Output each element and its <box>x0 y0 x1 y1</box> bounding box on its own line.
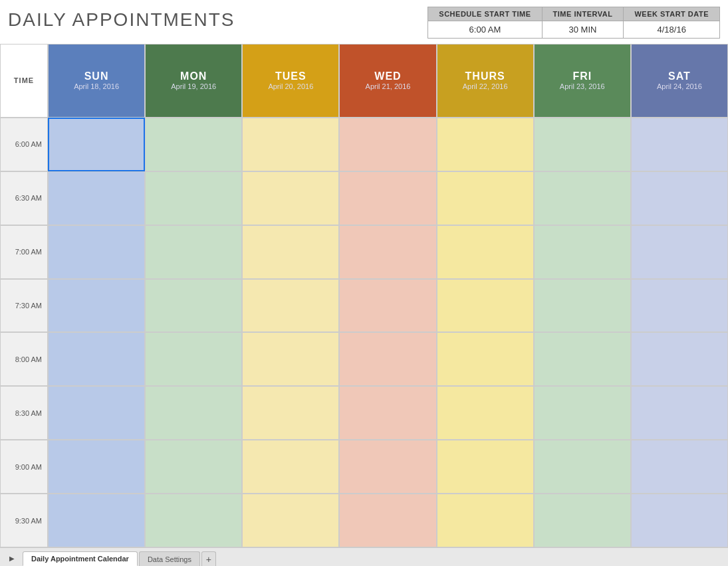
slot-tue-2[interactable] <box>242 225 339 279</box>
slot-tue-3[interactable] <box>242 279 339 333</box>
slot-wed-5[interactable] <box>339 386 436 440</box>
time-label-2: 7:00 AM <box>0 225 48 279</box>
slot-tue-0[interactable] <box>242 118 339 171</box>
tab-add-button[interactable]: + <box>201 551 216 566</box>
slot-wed-3[interactable] <box>339 279 436 333</box>
slot-fri-6[interactable] <box>534 440 631 494</box>
slot-thu-0[interactable] <box>437 118 534 171</box>
slot-sat-4[interactable] <box>631 332 728 386</box>
time-label-4: 8:00 AM <box>0 332 48 386</box>
slot-sat-3[interactable] <box>631 279 728 333</box>
slot-fri-0[interactable] <box>534 118 631 171</box>
slot-fri-7[interactable] <box>534 494 631 547</box>
time-label-7: 9:30 AM <box>0 494 48 547</box>
day-header-tue: TUES April 20, 2016 <box>242 44 339 118</box>
tab-scroll-arrow[interactable]: ▶ <box>5 551 19 565</box>
slot-sat-7[interactable] <box>631 494 728 547</box>
day-header-thu: THURS April 22, 2016 <box>437 44 534 118</box>
slot-thu-3[interactable] <box>437 279 534 333</box>
main-container: DAILY APPOINTMENTS SCHEDULE START TIME T… <box>0 0 728 566</box>
slot-wed-0[interactable] <box>339 118 436 171</box>
slot-sun-6[interactable] <box>48 440 145 494</box>
day-header-wed: WED April 21, 2016 <box>339 44 436 118</box>
slot-fri-2[interactable] <box>534 225 631 279</box>
settings-col2-header: TIME INTERVAL <box>542 7 624 21</box>
slot-thu-4[interactable] <box>437 332 534 386</box>
slot-mon-7[interactable] <box>145 494 242 547</box>
tab-data-settings[interactable]: Data Settings <box>139 551 200 566</box>
day-header-sat: SAT April 24, 2016 <box>631 44 728 118</box>
slot-sat-0[interactable] <box>631 118 728 171</box>
time-label-6: 9:00 AM <box>0 440 48 494</box>
slot-thu-2[interactable] <box>437 225 534 279</box>
slot-mon-1[interactable] <box>145 171 242 225</box>
settings-col1-header: SCHEDULE START TIME <box>428 7 542 21</box>
time-column-header: TIME <box>0 44 48 118</box>
slot-fri-5[interactable] <box>534 386 631 440</box>
settings-col3-header: WEEK START DATE <box>624 7 720 21</box>
settings-col1-value[interactable]: 6:00 AM <box>428 21 542 39</box>
slot-wed-7[interactable] <box>339 494 436 547</box>
time-label-5: 8:30 AM <box>0 386 48 440</box>
settings-col3-value[interactable]: 4/18/16 <box>624 21 720 39</box>
slot-mon-0[interactable] <box>145 118 242 171</box>
slot-sun-3[interactable] <box>48 279 145 333</box>
slot-wed-1[interactable] <box>339 171 436 225</box>
settings-table: SCHEDULE START TIME TIME INTERVAL WEEK S… <box>427 7 720 39</box>
slot-mon-3[interactable] <box>145 279 242 333</box>
tab-bar: ▶ Daily Appointment Calendar Data Settin… <box>0 547 728 566</box>
slot-fri-1[interactable] <box>534 171 631 225</box>
slot-sat-5[interactable] <box>631 386 728 440</box>
tab-daily-appointment-calendar[interactable]: Daily Appointment Calendar <box>23 551 138 566</box>
slot-tue-1[interactable] <box>242 171 339 225</box>
time-label-3: 7:30 AM <box>0 279 48 333</box>
page-title: DAILY APPOINTMENTS <box>8 9 235 31</box>
calendar-grid: TIME SUN April 18, 2016 MON April 19, 20… <box>0 44 728 547</box>
day-header-fri: FRI April 23, 2016 <box>534 44 631 118</box>
slot-wed-6[interactable] <box>339 440 436 494</box>
slot-fri-4[interactable] <box>534 332 631 386</box>
slot-fri-3[interactable] <box>534 279 631 333</box>
slot-tue-4[interactable] <box>242 332 339 386</box>
slot-sun-0[interactable] <box>48 118 145 171</box>
slot-mon-6[interactable] <box>145 440 242 494</box>
slot-tue-5[interactable] <box>242 386 339 440</box>
slot-thu-5[interactable] <box>437 386 534 440</box>
slot-sun-7[interactable] <box>48 494 145 547</box>
slot-sun-5[interactable] <box>48 386 145 440</box>
slot-wed-4[interactable] <box>339 332 436 386</box>
slot-thu-6[interactable] <box>437 440 534 494</box>
slot-thu-7[interactable] <box>437 494 534 547</box>
time-label-1: 6:30 AM <box>0 171 48 225</box>
header-area: DAILY APPOINTMENTS SCHEDULE START TIME T… <box>0 0 728 44</box>
slot-mon-4[interactable] <box>145 332 242 386</box>
slot-sun-2[interactable] <box>48 225 145 279</box>
slot-sat-6[interactable] <box>631 440 728 494</box>
slot-wed-2[interactable] <box>339 225 436 279</box>
slot-tue-6[interactable] <box>242 440 339 494</box>
slot-tue-7[interactable] <box>242 494 339 547</box>
slot-sun-4[interactable] <box>48 332 145 386</box>
slot-thu-1[interactable] <box>437 171 534 225</box>
slot-sat-1[interactable] <box>631 171 728 225</box>
calendar-area: TIME SUN April 18, 2016 MON April 19, 20… <box>0 44 728 547</box>
settings-col2-value[interactable]: 30 MIN <box>542 21 624 39</box>
time-label-0: 6:00 AM <box>0 118 48 171</box>
day-header-mon: MON April 19, 2016 <box>145 44 242 118</box>
slot-sun-1[interactable] <box>48 171 145 225</box>
slot-mon-2[interactable] <box>145 225 242 279</box>
slot-mon-5[interactable] <box>145 386 242 440</box>
slot-sat-2[interactable] <box>631 225 728 279</box>
day-header-sun: SUN April 18, 2016 <box>48 44 145 118</box>
